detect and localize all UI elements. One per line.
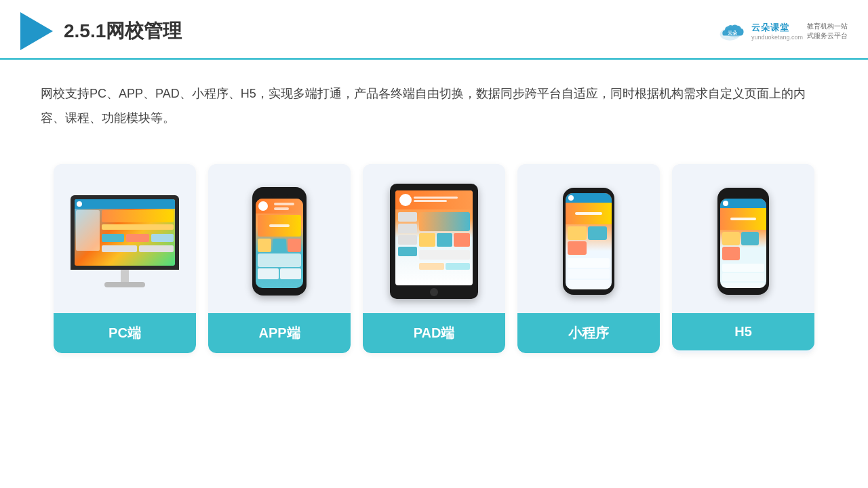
card-pad-image (363, 164, 505, 313)
header-left: 2.5.1网校管理 (20, 12, 182, 50)
card-miniapp: 小程序 (517, 164, 660, 353)
card-app: APP端 (208, 164, 351, 353)
svg-text:云朵: 云朵 (728, 30, 738, 36)
header-right: 云朵 云朵课堂 yunduoketang.com 教育机构一站 式服务云平台 (717, 20, 848, 42)
card-app-image (208, 164, 351, 313)
card-pc-image (54, 164, 196, 313)
card-miniapp-label: 小程序 (517, 313, 660, 353)
header: 2.5.1网校管理 云朵 云朵课堂 yunduoketang.com 教育机构一… (0, 0, 868, 60)
pc-monitor-icon (71, 195, 179, 287)
card-app-label: APP端 (208, 313, 351, 353)
tablet-pad-icon (390, 184, 478, 299)
card-h5: H5 (672, 164, 814, 353)
cloud-icon: 云朵 (717, 20, 747, 42)
brand-text: 云朵课堂 yunduoketang.com (751, 22, 803, 41)
logo-icon (20, 12, 53, 50)
h5-phone-icon (717, 188, 769, 295)
card-pad: PAD端 (363, 164, 505, 353)
brand-slogan: 教育机构一站 式服务云平台 (807, 22, 848, 41)
brand-name: 云朵课堂 (751, 22, 789, 34)
cards-container: PC端 (0, 150, 868, 367)
page-title: 2.5.1网校管理 (64, 18, 182, 44)
card-pc-label: PC端 (54, 313, 196, 353)
brand-logo: 云朵 云朵课堂 yunduoketang.com 教育机构一站 式服务云平台 (717, 20, 848, 42)
phone-app-icon (252, 187, 307, 296)
card-miniapp-image (517, 164, 660, 313)
brand-url: yunduoketang.com (751, 34, 803, 41)
card-h5-image (672, 164, 814, 313)
miniapp-phone-icon (563, 188, 614, 295)
card-h5-label: H5 (672, 313, 814, 350)
card-pad-label: PAD端 (363, 313, 505, 353)
card-pc: PC端 (54, 164, 196, 353)
description-text: 网校支持PC、APP、PAD、小程序、H5，实现多端打通，产品各终端自由切换，数… (0, 60, 868, 144)
